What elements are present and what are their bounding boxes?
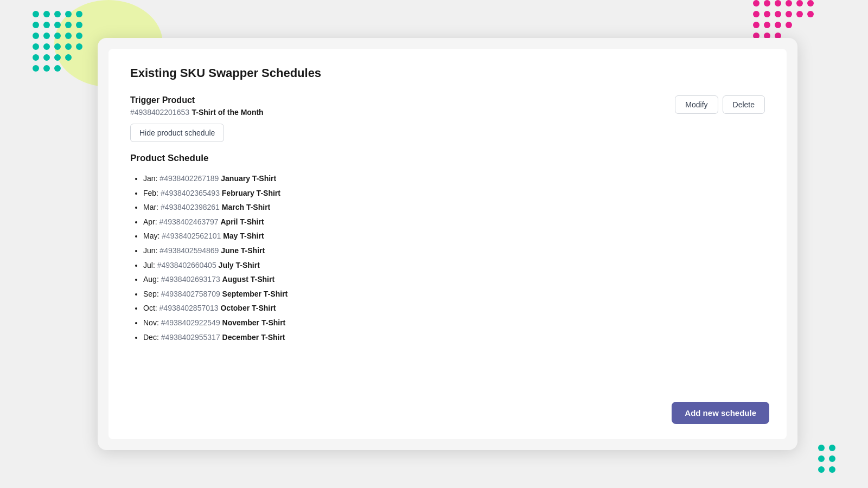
schedule-month: Feb: (143, 189, 161, 197)
schedule-list-item: Apr: #4938402463797 April T-Shirt (143, 215, 765, 229)
schedule-list-item: Feb: #4938402365493 February T-Shirt (143, 186, 765, 201)
schedule-list-item: Aug: #4938402693173 August T-Shirt (143, 272, 765, 287)
schedule-header: Trigger Product #4938402201653 T-Shirt o… (130, 95, 765, 117)
schedule-sku: #4938402463797 (159, 217, 221, 226)
schedule-month: Jun: (143, 246, 159, 255)
page-title: Existing SKU Swapper Schedules (130, 66, 765, 80)
add-new-schedule-button[interactable]: Add new schedule (672, 402, 769, 424)
delete-button[interactable]: Delete (723, 95, 765, 114)
schedule-product-name: May T-Shirt (223, 232, 264, 240)
schedule-product-name: April T-Shirt (220, 217, 264, 226)
schedule-sku: #4938402594869 (159, 246, 221, 255)
trigger-product-label: Trigger Product (130, 95, 264, 105)
schedule-product-name: December T-Shirt (222, 333, 285, 342)
schedule-month: May: (143, 232, 162, 240)
schedule-sku: #4938402955317 (161, 333, 222, 342)
schedule-sku: #4938402922549 (161, 318, 222, 327)
main-card: Existing SKU Swapper Schedules Trigger P… (98, 38, 797, 450)
hide-product-schedule-button[interactable]: Hide product schedule (130, 124, 224, 142)
schedule-list-item: Mar: #4938402398261 March T-Shirt (143, 200, 765, 215)
schedule-month: Jan: (143, 174, 159, 183)
schedule-list-item: Jan: #4938402267189 January T-Shirt (143, 171, 765, 186)
schedule-sku: #4938402857013 (159, 304, 221, 312)
modify-button[interactable]: Modify (675, 95, 718, 114)
schedule-list-item: Jun: #4938402594869 June T-Shirt (143, 243, 765, 258)
schedule-month: Aug: (143, 275, 161, 284)
schedule-month: Oct: (143, 304, 159, 312)
trigger-product-info: Trigger Product #4938402201653 T-Shirt o… (130, 95, 264, 117)
schedule-list-item: May: #4938402562101 May T-Shirt (143, 229, 765, 243)
schedule-product-name: February T-Shirt (222, 189, 280, 197)
schedule-product-name: January T-Shirt (221, 174, 276, 183)
schedule-sku: #4938402267189 (159, 174, 221, 183)
schedule-sku: #4938402365493 (161, 189, 222, 197)
schedule-sku: #4938402660405 (157, 261, 219, 269)
schedule-month: Sep: (143, 290, 161, 298)
schedule-sku: #4938402562101 (162, 232, 223, 240)
schedule-sku: #4938402398261 (161, 203, 222, 211)
trigger-product-details: #4938402201653 T-Shirt of the Month (130, 107, 264, 117)
schedule-product-name: March T-Shirt (222, 203, 270, 211)
product-schedule: Product Schedule Jan: #4938402267189 Jan… (130, 153, 765, 344)
schedule-month: Dec: (143, 333, 161, 342)
product-schedule-title: Product Schedule (130, 153, 765, 164)
schedule-month: Jul: (143, 261, 157, 269)
schedule-sku: #4938402693173 (161, 275, 222, 284)
schedule-product-name: November T-Shirt (222, 318, 286, 327)
schedule-month: Mar: (143, 203, 161, 211)
schedule-list-item: Sep: #4938402758709 September T-Shirt (143, 287, 765, 301)
schedule-month: Nov: (143, 318, 161, 327)
schedule-product-name: August T-Shirt (222, 275, 275, 284)
schedule-list: Jan: #4938402267189 January T-ShirtFeb: … (130, 171, 765, 344)
schedule-list-item: Jul: #4938402660405 July T-Shirt (143, 258, 765, 273)
schedule-section: Trigger Product #4938402201653 T-Shirt o… (130, 95, 765, 344)
schedule-product-name: June T-Shirt (221, 246, 265, 255)
schedule-list-item: Dec: #4938402955317 December T-Shirt (143, 330, 765, 345)
action-buttons: Modify Delete (675, 95, 765, 114)
trigger-product-name: T-Shirt of the Month (192, 108, 263, 117)
schedule-product-name: July T-Shirt (219, 261, 260, 269)
schedule-product-name: October T-Shirt (220, 304, 276, 312)
schedule-month: Apr: (143, 217, 159, 226)
schedule-sku: #4938402758709 (161, 290, 222, 298)
schedule-list-item: Oct: #4938402857013 October T-Shirt (143, 301, 765, 316)
schedule-list-item: Nov: #4938402922549 November T-Shirt (143, 316, 765, 330)
schedule-product-name: September T-Shirt (222, 290, 288, 298)
trigger-product-sku: #4938402201653 (130, 108, 189, 117)
